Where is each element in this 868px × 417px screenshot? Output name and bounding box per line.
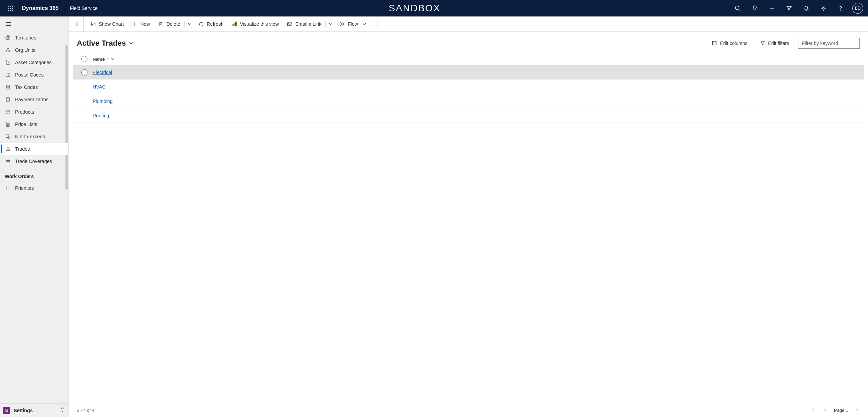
user-avatar[interactable]: BD: [852, 3, 863, 14]
button-label: Show Chart: [99, 21, 124, 27]
edit-columns-button[interactable]: Edit columns: [708, 39, 751, 47]
brand-label[interactable]: Dynamics 365: [19, 5, 62, 11]
table-row[interactable]: Roofing: [73, 108, 864, 123]
edit-filters-button[interactable]: Edit filters: [757, 39, 793, 47]
sort-icon: [5, 185, 11, 191]
stack-icon: [5, 96, 11, 103]
sidebar-item-not-to-exceed[interactable]: Not-to-exceed: [0, 130, 68, 143]
svg-point-49: [377, 21, 378, 22]
button-label: Flow: [348, 21, 358, 27]
search-button[interactable]: [729, 0, 746, 16]
record-link[interactable]: Roofing: [91, 113, 109, 118]
show-chart-button[interactable]: Show Chart: [86, 16, 128, 32]
chevron-down-icon: [188, 22, 192, 26]
sidebar-item-label: Postal Codes: [15, 72, 44, 78]
email-link-button[interactable]: Email a Link: [283, 16, 325, 32]
flow-button[interactable]: Flow: [335, 16, 370, 32]
prev-page-button[interactable]: [822, 407, 827, 413]
sidebar: Territories Org Units Asset Categories P…: [0, 16, 69, 417]
svg-point-2: [12, 6, 13, 7]
sidebar-item-price-lists[interactable]: Price Lists: [0, 118, 68, 130]
sidebar-item-payment-terms[interactable]: Payment Terms: [0, 93, 68, 106]
record-link[interactable]: Plumbing: [91, 99, 112, 104]
map-icon: [5, 72, 11, 78]
record-link[interactable]: HVAC: [91, 84, 106, 90]
overflow-button[interactable]: [372, 16, 384, 32]
columns-icon: [712, 40, 717, 46]
command-bar: Show Chart New Delete Refresh Visualize …: [69, 16, 868, 32]
settings-button[interactable]: [815, 0, 832, 16]
sidebar-item-trade-coverages[interactable]: Trade Coverages: [0, 155, 68, 167]
notifications-button[interactable]: [798, 0, 815, 16]
plus-icon: [132, 21, 138, 27]
delete-button[interactable]: Delete: [154, 16, 184, 32]
area-label: Settings: [14, 408, 57, 413]
add-button[interactable]: [764, 0, 780, 16]
chart-icon: [91, 21, 96, 27]
sidebar-item-postal-codes[interactable]: Postal Codes: [0, 69, 68, 81]
svg-rect-20: [7, 48, 8, 49]
help-button[interactable]: [832, 0, 849, 16]
view-title: Active Trades: [77, 39, 126, 48]
svg-rect-22: [9, 51, 10, 52]
sort-asc-icon: ↑: [107, 57, 109, 61]
sidebar-item-org-units[interactable]: Org Units: [0, 44, 68, 56]
page-label: Page 1: [834, 408, 848, 413]
button-label: Edit filters: [768, 40, 789, 46]
button-label: Edit columns: [720, 40, 747, 46]
next-page-button[interactable]: [855, 407, 860, 413]
chevron-down-icon: [129, 41, 133, 46]
button-label: Delete: [166, 21, 180, 27]
app-name-label[interactable]: Field Service: [68, 5, 100, 11]
row-selector[interactable]: [78, 69, 91, 76]
table-row[interactable]: Electrical: [73, 65, 864, 80]
filter-button[interactable]: [781, 0, 797, 16]
first-page-button[interactable]: [811, 407, 816, 413]
table-row[interactable]: Plumbing: [73, 94, 864, 108]
svg-point-50: [377, 23, 378, 24]
visualize-button[interactable]: Visualize this view: [228, 16, 283, 32]
email-link-split-button[interactable]: [326, 22, 335, 26]
app-launcher-button[interactable]: [2, 0, 19, 16]
toolbox-icon: [5, 146, 11, 152]
limit-icon: [5, 134, 11, 140]
svg-rect-47: [235, 22, 236, 26]
view-selector[interactable]: Active Trades: [77, 39, 133, 48]
sidebar-item-trades[interactable]: Trades: [0, 143, 68, 155]
main-content: Show Chart New Delete Refresh Visualize …: [69, 16, 868, 417]
sitemap-toggle[interactable]: [0, 16, 68, 32]
table-row[interactable]: HVAC: [73, 80, 864, 94]
sidebar-item-territories[interactable]: Territories: [0, 32, 68, 44]
select-all-checkbox[interactable]: [78, 56, 91, 62]
powerbi-icon: [232, 21, 237, 27]
sidebar-item-products[interactable]: Products: [0, 106, 68, 118]
area-badge: S: [3, 407, 10, 414]
sidebar-item-tax-codes[interactable]: Tax Codes: [0, 81, 68, 93]
svg-point-35: [8, 137, 10, 139]
filter-input[interactable]: [798, 38, 860, 49]
record-link[interactable]: Electrical: [91, 70, 112, 75]
svg-point-3: [8, 8, 9, 9]
sidebar-item-label: Tax Codes: [15, 84, 38, 90]
sidebar-item-asset-categories[interactable]: Asset Categories: [0, 56, 68, 69]
gear-icon: [820, 5, 827, 11]
grid-footer: 1 - 4 of 4 Page 1: [69, 403, 868, 417]
ideas-button[interactable]: [747, 0, 763, 16]
sidebar-item-priorities[interactable]: Priorities: [0, 182, 68, 194]
doc-icon: [5, 121, 11, 127]
back-button[interactable]: [70, 16, 84, 32]
svg-line-10: [739, 9, 740, 11]
column-header-name[interactable]: Name ↑: [91, 57, 114, 62]
funnel-icon: [760, 40, 765, 46]
sidebar-item-label: Not-to-exceed: [15, 134, 45, 139]
environment-title: SANDBOX: [100, 3, 729, 14]
refresh-icon: [199, 21, 204, 27]
svg-point-1: [10, 6, 11, 7]
refresh-button[interactable]: Refresh: [194, 16, 228, 32]
new-button[interactable]: New: [128, 16, 154, 32]
scrollbar[interactable]: [66, 45, 68, 189]
button-label: Visualize this view: [240, 21, 279, 27]
area-switcher[interactable]: S Settings: [0, 403, 68, 417]
view-header: Active Trades Edit columns Edit filters: [69, 32, 868, 53]
delete-split-button[interactable]: [185, 22, 194, 26]
